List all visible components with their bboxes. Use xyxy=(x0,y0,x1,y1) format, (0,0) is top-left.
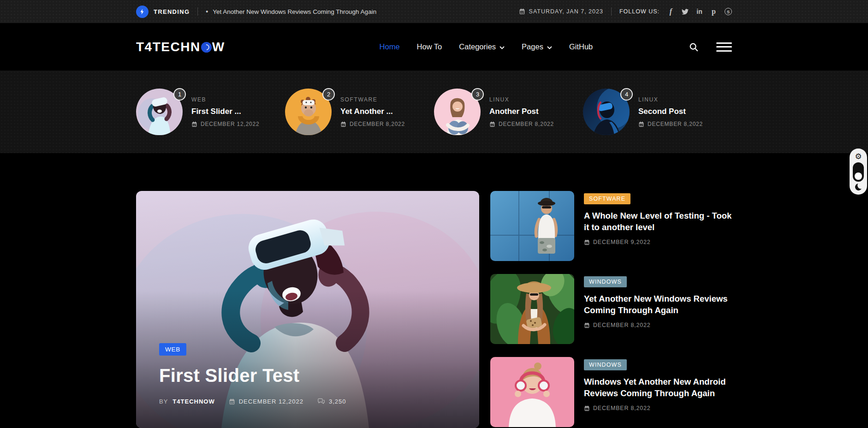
ticker-text[interactable]: Yet Another New Windows Reviews Coming T… xyxy=(213,8,376,15)
main-navigation: Home How To Categories Pages GitHub xyxy=(380,42,593,51)
hero-author[interactable]: BY T4TECHNOW xyxy=(159,398,215,405)
sidebar-post-1: SOFTWARE A Whole New Level of Testing - … xyxy=(490,191,732,261)
calendar-icon xyxy=(584,405,590,411)
hero-slider[interactable]: WEB First Slider Test BY T4TECHNOW DECEM… xyxy=(136,191,479,428)
trending-post-3-thumbnail[interactable]: 3 xyxy=(434,89,481,135)
post-title[interactable]: Another Post xyxy=(489,107,554,116)
rank-badge: 4 xyxy=(620,88,633,101)
trending-post-1-thumbnail[interactable]: 1 xyxy=(136,89,183,135)
skype-glyph: S xyxy=(725,8,732,15)
category-badge[interactable]: WINDOWS xyxy=(584,359,627,370)
logo-text-suffix: W xyxy=(212,40,225,54)
trending-post-3: 3 LINUX Another Post DECEMBER 8,2022 xyxy=(434,89,583,135)
skype-icon[interactable]: S xyxy=(725,8,732,15)
sidebar-post-3: WINDOWS Windows Yet Another New Android … xyxy=(490,357,732,427)
calendar-icon xyxy=(638,121,644,127)
post-title[interactable]: Second Post xyxy=(638,107,703,116)
post-title[interactable]: Windows Yet Another New Android Reviews … xyxy=(584,376,732,399)
toggle-knob xyxy=(855,172,862,180)
twitter-icon[interactable] xyxy=(682,8,689,15)
trending-strip: 1 WEB First Slider ... DECEMBER 12,2022 xyxy=(0,71,868,153)
topbar: TRENDING • Yet Another New Windows Revie… xyxy=(0,0,868,23)
hero-date: DECEMBER 12,2022 xyxy=(229,398,303,405)
hero-comments[interactable]: 3,250 xyxy=(317,398,346,405)
post-category: WEB xyxy=(191,96,260,103)
facebook-icon[interactable]: f xyxy=(667,7,674,16)
nav-item-how-to[interactable]: How To xyxy=(417,42,442,51)
category-badge[interactable]: SOFTWARE xyxy=(584,193,630,204)
site-logo[interactable]: T4TECHNW xyxy=(136,40,225,54)
main-content: WEB First Slider Test BY T4TECHNOW DECEM… xyxy=(136,191,732,428)
chevron-down-icon xyxy=(547,42,552,51)
post-title[interactable]: Yet Another ... xyxy=(340,107,405,116)
post-category: LINUX xyxy=(489,96,554,103)
calendar-icon xyxy=(519,8,525,15)
current-date: SATURDAY, JAN 7, 2023 xyxy=(519,8,603,15)
sidebar-post-3-thumbnail[interactable] xyxy=(490,357,574,427)
news-ticker[interactable]: • Yet Another New Windows Reviews Coming… xyxy=(206,8,376,15)
trending-post-4-thumbnail[interactable]: 4 xyxy=(583,89,630,135)
dark-mode-toggle[interactable] xyxy=(853,162,864,182)
chevron-down-icon xyxy=(499,42,505,51)
trending-lightning-icon xyxy=(136,6,149,18)
social-links: f in p S xyxy=(667,7,732,16)
post-date: DECEMBER 9,2022 xyxy=(584,239,732,245)
trending-post-2-thumbnail[interactable]: 2 xyxy=(285,89,332,135)
rank-badge: 1 xyxy=(173,88,186,101)
post-date: DECEMBER 8,2022 xyxy=(584,405,732,411)
post-date: DECEMBER 12,2022 xyxy=(191,121,260,127)
post-date: DECEMBER 8,2022 xyxy=(584,322,732,328)
sidebar-post-list: SOFTWARE A Whole New Level of Testing - … xyxy=(490,191,732,428)
rank-badge: 3 xyxy=(471,88,484,101)
calendar-icon xyxy=(229,398,235,405)
nav-item-pages[interactable]: Pages xyxy=(522,42,552,51)
calendar-icon xyxy=(191,121,197,127)
moon-icon[interactable] xyxy=(854,183,862,191)
date-text: SATURDAY, JAN 7, 2023 xyxy=(529,8,603,15)
comments-icon xyxy=(317,398,325,405)
nav-item-categories[interactable]: Categories xyxy=(459,42,505,51)
post-title[interactable]: Yet Another New Windows Reviews Coming T… xyxy=(584,293,732,316)
post-category: LINUX xyxy=(638,96,703,103)
trending-label: TRENDING xyxy=(154,8,190,15)
logo-globe-icon xyxy=(201,42,212,53)
post-title[interactable]: A Whole New Level of Testing - Took it t… xyxy=(584,210,732,233)
post-date: DECEMBER 8,2022 xyxy=(340,121,405,127)
theme-widget: ⚙ xyxy=(850,149,867,195)
post-category: SOFTWARE xyxy=(340,96,405,103)
sidebar-post-2-thumbnail[interactable] xyxy=(490,274,574,344)
trending-post-1: 1 WEB First Slider ... DECEMBER 12,2022 xyxy=(136,89,285,135)
rank-badge: 2 xyxy=(322,88,335,101)
sidebar-post-1-thumbnail[interactable] xyxy=(490,191,574,261)
nav-item-home[interactable]: Home xyxy=(380,42,400,51)
calendar-icon xyxy=(584,239,590,245)
calendar-icon xyxy=(340,121,346,127)
search-icon[interactable] xyxy=(689,42,699,52)
calendar-icon xyxy=(489,121,495,127)
gear-icon[interactable]: ⚙ xyxy=(855,153,862,160)
trending-post-2: 2 SOFTWARE Yet Another ... DECEMBER 8,20… xyxy=(285,89,434,135)
linkedin-icon[interactable]: in xyxy=(696,8,703,15)
topbar-divider xyxy=(197,7,198,16)
sidebar-post-2: WINDOWS Yet Another New Windows Reviews … xyxy=(490,274,732,344)
hero-category-badge[interactable]: WEB xyxy=(159,343,186,356)
hamburger-menu-icon[interactable] xyxy=(716,40,732,54)
post-date: DECEMBER 8,2022 xyxy=(638,121,703,127)
trending-post-4: 4 LINUX Second Post DECEMBER 8,2022 xyxy=(583,89,732,135)
follow-us-label: FOLLOW US: xyxy=(619,8,660,15)
nav-item-github[interactable]: GitHub xyxy=(569,42,593,51)
logo-text-prefix: T4TECHN xyxy=(136,40,201,54)
topbar-divider xyxy=(611,7,612,16)
hero-meta: BY T4TECHNOW DECEMBER 12,2022 3,250 xyxy=(159,398,461,405)
post-date: DECEMBER 8,2022 xyxy=(489,121,554,127)
hero-post-title[interactable]: First Slider Test xyxy=(159,365,461,386)
post-title[interactable]: First Slider ... xyxy=(191,107,260,116)
calendar-icon xyxy=(584,322,590,328)
site-header: T4TECHNW Home How To Categories Pages Gi… xyxy=(0,23,868,71)
category-badge[interactable]: WINDOWS xyxy=(584,276,627,287)
pinterest-icon[interactable]: p xyxy=(710,7,717,16)
ticker-bullet: • xyxy=(206,8,208,15)
